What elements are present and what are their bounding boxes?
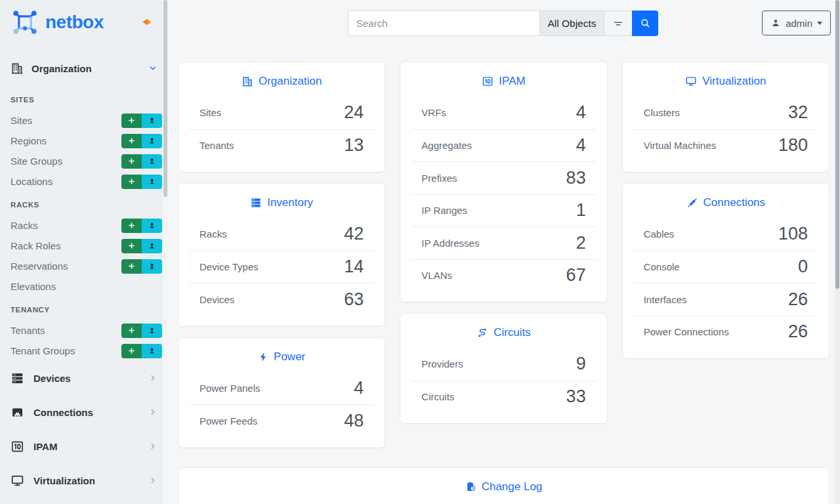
stat-value[interactable]: 67	[566, 265, 586, 285]
stat-value[interactable]: 14	[344, 257, 364, 277]
card-inventory-title[interactable]: Inventory	[178, 194, 385, 211]
stat-label[interactable]: Cables	[644, 228, 675, 240]
stat-label[interactable]: Racks	[200, 228, 227, 240]
card-changelog-title[interactable]: Change Log	[178, 478, 829, 495]
stat-label[interactable]: Console	[644, 261, 680, 272]
add-button[interactable]	[121, 134, 142, 148]
stat-label[interactable]: Virtual Machines	[644, 140, 717, 151]
sidebar: netbox Organization	[0, 0, 168, 504]
stat-label[interactable]: Clusters	[644, 107, 680, 118]
card-connections-title[interactable]: Connections	[623, 194, 829, 211]
sidebar-item-ipam[interactable]: IPAM	[0, 429, 168, 463]
add-button[interactable]	[121, 175, 142, 189]
stat-value[interactable]: 24	[344, 102, 364, 123]
card-virtualization-title[interactable]: Virtualization	[623, 73, 829, 90]
import-button[interactable]	[142, 134, 162, 148]
stat-label[interactable]: Power Connections	[644, 326, 729, 337]
stat-value[interactable]: 2	[576, 233, 586, 253]
sidebar-item-racks[interactable]: Racks	[0, 215, 168, 236]
stat-label[interactable]: Power Panels	[200, 383, 261, 394]
add-button[interactable]	[121, 259, 142, 274]
stat-label[interactable]: Prefixes	[421, 173, 457, 184]
quick-actions	[121, 134, 162, 148]
stat-value[interactable]: 83	[566, 168, 586, 188]
stat-value[interactable]: 9	[576, 354, 586, 374]
sidebar-item-regions[interactable]: Regions	[0, 131, 168, 151]
stat-value[interactable]: 63	[344, 289, 364, 310]
sidebar-item-label: Reservations	[10, 261, 68, 272]
stat-label[interactable]: Interfaces	[644, 294, 687, 305]
stat-label[interactable]: Device Types	[200, 261, 259, 272]
import-button[interactable]	[142, 259, 162, 274]
pin-sidebar-icon[interactable]	[141, 16, 152, 28]
sidebar-item-devices[interactable]: Devices	[0, 361, 168, 395]
search-filter-button[interactable]	[604, 10, 632, 36]
stat-row: Racks42	[189, 218, 374, 251]
search-submit-button[interactable]	[632, 10, 658, 36]
stat-label[interactable]: Devices	[200, 294, 234, 305]
card-title-text: Inventory	[267, 196, 313, 209]
stat-label[interactable]: Providers	[421, 358, 463, 369]
stat-value[interactable]: 180	[778, 135, 808, 156]
stat-value[interactable]: 26	[788, 289, 808, 310]
stat-value[interactable]: 13	[344, 135, 364, 156]
main-scrollbar[interactable]	[835, 0, 840, 504]
import-button[interactable]	[142, 239, 162, 253]
sidebar-item-sites[interactable]: Sites	[0, 110, 168, 131]
import-button[interactable]	[142, 154, 162, 169]
import-button[interactable]	[142, 344, 162, 358]
stat-label[interactable]: Aggregates	[421, 140, 472, 151]
sidebar-item-connections[interactable]: Connections	[0, 395, 168, 429]
card-organization-title[interactable]: Organization	[178, 73, 385, 90]
stat-label[interactable]: Circuits	[421, 391, 454, 402]
main-area: All Objects admin	[168, 0, 840, 504]
sidebar-item-elevations[interactable]: Elevations	[0, 276, 168, 297]
sidebar-item-tenant-groups[interactable]: Tenant Groups	[0, 341, 168, 361]
stat-value[interactable]: 4	[576, 135, 586, 156]
stat-value[interactable]: 33	[566, 387, 586, 407]
add-button[interactable]	[121, 154, 142, 169]
stat-value[interactable]: 0	[798, 257, 808, 277]
user-menu-button[interactable]: admin	[762, 10, 831, 35]
stat-label[interactable]: Sites	[200, 107, 221, 118]
search-scope-dropdown[interactable]: All Objects	[539, 10, 604, 36]
import-button[interactable]	[142, 219, 162, 233]
sidebar-item-tenants[interactable]: Tenants	[0, 320, 168, 341]
sidebar-item-reservations[interactable]: Reservations	[0, 256, 168, 276]
add-button[interactable]	[121, 239, 142, 253]
stat-label[interactable]: IP Ranges	[421, 205, 467, 216]
card-circuits-title[interactable]: Circuits	[400, 324, 606, 341]
add-button[interactable]	[121, 114, 142, 128]
sidebar-item-locations[interactable]: Locations	[0, 171, 168, 192]
add-button[interactable]	[121, 324, 142, 338]
import-button[interactable]	[142, 175, 162, 189]
stat-label[interactable]: VRFs	[421, 107, 446, 118]
card-ipam-title[interactable]: IPAM	[400, 73, 606, 90]
import-button[interactable]	[142, 114, 162, 128]
stat-value[interactable]: 4	[576, 102, 586, 123]
search-input[interactable]	[348, 10, 539, 36]
netbox-logo[interactable]: netbox	[10, 8, 104, 37]
sidebar-item-label: Virtualization	[33, 475, 95, 486]
sidebar-scrollbar[interactable]	[163, 0, 168, 504]
stat-label[interactable]: Power Feeds	[200, 415, 257, 427]
stat-label[interactable]: VLANs	[421, 270, 452, 281]
stat-value[interactable]: 1	[576, 200, 586, 220]
stat-value[interactable]: 108	[778, 224, 808, 244]
import-button[interactable]	[142, 324, 162, 338]
sidebar-item-rack-roles[interactable]: Rack Roles	[0, 236, 168, 256]
stat-value[interactable]: 32	[788, 102, 808, 123]
stat-label[interactable]: IP Addresses	[421, 238, 479, 249]
stat-value[interactable]: 42	[344, 224, 364, 244]
monitor-icon	[685, 75, 697, 87]
add-button[interactable]	[121, 344, 142, 358]
stat-value[interactable]: 48	[344, 411, 364, 431]
stat-label[interactable]: Tenants	[200, 140, 234, 151]
sidebar-item-virtualization[interactable]: Virtualization	[0, 463, 168, 497]
stat-value[interactable]: 26	[788, 322, 808, 342]
sidebar-item-organization[interactable]: Organization	[0, 55, 168, 81]
card-power-title[interactable]: Power	[178, 348, 385, 366]
add-button[interactable]	[121, 219, 142, 233]
sidebar-item-site-groups[interactable]: Site Groups	[0, 151, 168, 171]
stat-value[interactable]: 4	[354, 378, 364, 398]
